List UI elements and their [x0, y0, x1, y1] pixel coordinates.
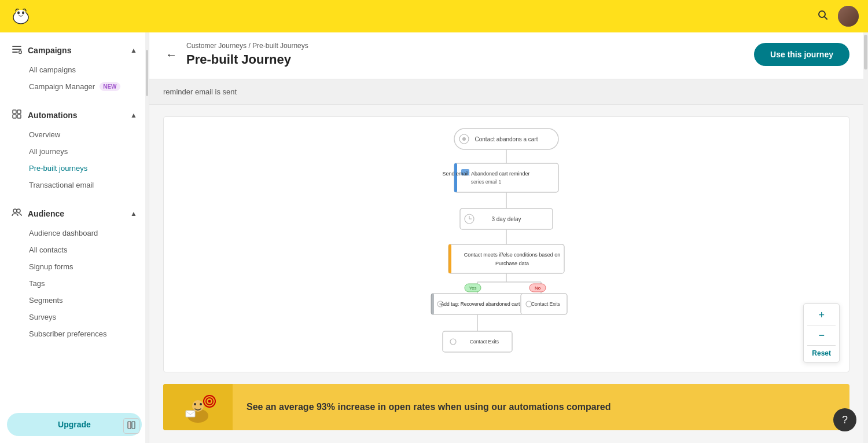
svg-text:Contact meets if/else conditio: Contact meets if/else conditions based o… [464, 252, 561, 258]
svg-rect-14 [132, 422, 135, 429]
campaigns-chevron: ▲ [130, 46, 137, 54]
zoom-divider-2 [807, 345, 836, 346]
sidebar-scrollbar [145, 32, 149, 443]
audience-icon [12, 207, 22, 220]
svg-line-5 [825, 16, 827, 19]
svg-rect-13 [128, 422, 131, 429]
page-header-left: ← Customer Journeys / Pre-built Journeys… [163, 42, 308, 67]
campaigns-title: Campaigns [28, 46, 71, 55]
svg-rect-32 [448, 244, 564, 273]
svg-point-2 [17, 12, 20, 14]
page-title: Pre-built Journey [186, 52, 308, 67]
svg-rect-8 [17, 110, 21, 114]
sidebar-item-campaign-manager[interactable]: Campaign Manager New [0, 78, 149, 95]
sidebar-item-all-campaigns[interactable]: All campaigns [0, 61, 149, 78]
sidebar-item-prebuilt-journeys[interactable]: Pre-built journeys [0, 160, 149, 177]
zoom-out-button[interactable]: − [810, 327, 833, 344]
sidebar-section-audience: Audience ▲ Audience dashboard All contac… [0, 196, 149, 345]
sidebar-item-audience-dashboard[interactable]: Audience dashboard [0, 225, 149, 241]
sidebar-item-transactional-email[interactable]: Transactional email [0, 177, 149, 193]
collapse-sidebar-button[interactable] [123, 418, 139, 434]
campaign-manager-badge: New [100, 82, 120, 91]
svg-point-12 [17, 209, 20, 213]
svg-text:Send email: Abandoned cart rem: Send email: Abandoned cart reminder [442, 171, 529, 177]
topbar-right [817, 6, 859, 27]
svg-point-6 [19, 51, 22, 54]
sidebar-item-segments[interactable]: Segments [0, 292, 149, 309]
back-button[interactable]: ← [163, 46, 179, 64]
svg-point-61 [200, 403, 202, 405]
svg-text:Add tag: Recovered abandoned c: Add tag: Recovered abandoned cart [441, 301, 520, 307]
main-scrollbar-thumb [864, 35, 867, 69]
automations-title: Automations [28, 111, 78, 120]
svg-rect-65 [186, 411, 195, 417]
campaigns-header[interactable]: Campaigns ▲ [0, 39, 149, 61]
sidebar-item-surveys[interactable]: Surveys [0, 309, 149, 325]
automations-chevron: ▲ [130, 111, 137, 119]
svg-point-60 [194, 403, 196, 405]
journey-canvas[interactable]: Contact abandons a cart Send email: Aban… [164, 117, 849, 372]
zoom-controls: + − Reset [803, 303, 840, 363]
promo-banner: See an average 93% increase in open rate… [163, 384, 849, 430]
sidebar: Campaigns ▲ All campaigns Campaign Manag… [0, 32, 149, 443]
svg-text:series email 1: series email 1 [471, 179, 502, 185]
sidebar-section-campaigns: Campaigns ▲ All campaigns Campaign Manag… [0, 32, 149, 97]
automations-icon [12, 109, 22, 122]
main-content: ← Customer Journeys / Pre-built Journeys… [149, 32, 863, 443]
page-header: ← Customer Journeys / Pre-built Journeys… [149, 32, 863, 79]
breadcrumb[interactable]: Customer Journeys / Pre-built Journeys [186, 42, 308, 50]
svg-text:3 day delay: 3 day delay [491, 216, 521, 222]
svg-text:Purchase data: Purchase data [495, 261, 529, 266]
svg-rect-10 [17, 115, 21, 118]
campaigns-icon [12, 44, 22, 57]
sidebar-item-overview[interactable]: Overview [0, 126, 149, 143]
sidebar-item-tags[interactable]: Tags [0, 275, 149, 292]
promo-text: See an average 93% increase in open rate… [233, 393, 625, 422]
svg-text:Contact Exits: Contact Exits [470, 339, 499, 345]
zoom-divider [807, 325, 836, 325]
avatar[interactable] [838, 6, 859, 27]
description-strip: reminder email is sent [149, 79, 863, 105]
svg-rect-21 [454, 163, 457, 192]
svg-text:Contact abandons a cart: Contact abandons a cart [475, 136, 538, 142]
sidebar-item-signup-forms[interactable]: Signup forms [0, 258, 149, 275]
svg-text:Contact Exits: Contact Exits [531, 301, 560, 307]
svg-rect-7 [13, 110, 16, 114]
upgrade-button[interactable]: Upgrade [7, 413, 142, 436]
svg-point-17 [462, 137, 466, 141]
sidebar-item-all-journeys[interactable]: All journeys [0, 143, 149, 160]
journey-diagram: Contact abandons a cart Send email: Aban… [391, 123, 622, 366]
zoom-reset-button[interactable]: Reset [804, 347, 839, 360]
svg-rect-20 [454, 163, 558, 192]
sidebar-scrollbar-thumb [146, 50, 148, 96]
svg-point-64 [208, 400, 211, 403]
zoom-in-button[interactable]: + [810, 306, 833, 324]
svg-text:No: No [535, 285, 541, 291]
svg-text:Yes: Yes [469, 285, 476, 291]
automations-header[interactable]: Automations ▲ [0, 104, 149, 126]
audience-chevron: ▲ [130, 210, 137, 218]
sidebar-section-automations: Automations ▲ Overview All journeys Pre-… [0, 97, 149, 196]
sidebar-item-subscriber-preferences[interactable]: Subscriber preferences [0, 325, 149, 342]
svg-rect-33 [448, 244, 451, 273]
topbar [0, 0, 868, 32]
journey-area: Contact abandons a cart Send email: Aban… [163, 116, 849, 372]
promo-image [163, 384, 233, 430]
audience-title: Audience [28, 209, 64, 218]
svg-rect-9 [13, 115, 16, 118]
svg-point-3 [22, 12, 24, 14]
search-button[interactable] [817, 9, 829, 24]
svg-point-1 [16, 10, 26, 18]
svg-point-11 [13, 209, 17, 213]
page-title-group: Customer Journeys / Pre-built Journeys P… [186, 42, 308, 67]
svg-rect-45 [431, 294, 434, 314]
help-button[interactable]: ? [833, 408, 856, 431]
use-journey-button[interactable]: Use this journey [754, 43, 849, 66]
topbar-logo [9, 3, 32, 29]
main-scrollbar[interactable] [863, 32, 868, 443]
sidebar-item-all-contacts[interactable]: All contacts [0, 241, 149, 258]
audience-header[interactable]: Audience ▲ [0, 203, 149, 225]
